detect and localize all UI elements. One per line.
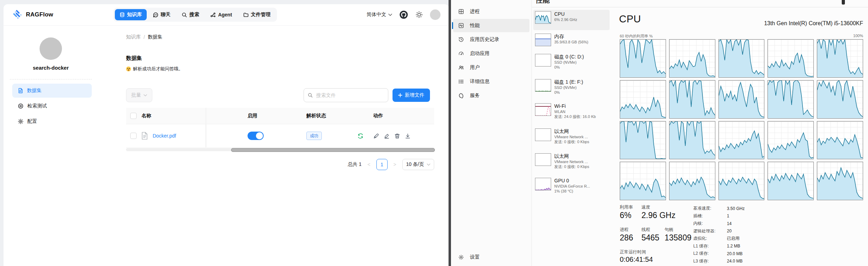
perf-item-disk1[interactable]: 磁盘 1 (E: F:) SSD (NVMe) 0% [533,78,610,98]
bulk-button[interactable]: 批量 [126,88,152,102]
col-header-status: 解析状态 [306,113,326,119]
breadcrumb-root[interactable]: 知识库 [126,34,141,40]
sidebar-item-config[interactable]: 配置 [12,114,92,128]
user-avatar[interactable] [430,9,440,20]
taskmanager-main: 性能 CPU 6% 2.96 GHz 内存 35.9/63.8 GB (56%) [532,0,868,266]
ragflow-navbar: RAGFlow 知识库 聊天 搜索 [4,4,449,26]
cpu-model-name: 13th Gen Intel(R) Core(TM) i5-13600KF [764,20,863,27]
spec-value: 已启用 [727,236,739,241]
tab-label: 搜索 [189,12,199,18]
navbar-right-cluster: 简体中文 [367,9,440,20]
document-link[interactable]: Docker.pdf [153,133,176,139]
perf-item-ethernet-1[interactable]: 以太网 VMware Network ... 发送: 0 接收: 0 Kbps [533,127,610,147]
cpu-core-graph-17 [718,162,765,200]
spec-value: 3.50 GHz [727,206,745,211]
perf-item-title: GPU 0 [554,178,590,184]
theme-brightness-icon[interactable] [415,11,423,19]
spec-label: 逻辑处理器: [693,228,727,234]
add-file-button[interactable]: 新增文件 [393,89,430,102]
sidebar-item-startup-apps[interactable]: 启动应用 [453,47,529,60]
language-selector[interactable]: 简体中文 [367,12,392,18]
retrieval-target-icon [18,103,23,109]
file-search-input[interactable] [315,92,384,98]
perf-item-disk0[interactable]: 磁盘 0 (C: D:) SSD (NVMe) 0% [533,52,610,73]
pdf-file-icon [141,132,148,140]
trash-icon[interactable] [394,133,400,139]
stat-processes-value: 286 [620,233,633,243]
sidebar-item-dataset[interactable]: 数据集 [12,84,92,98]
sidebar-item-label: 数据集 [27,88,42,94]
page-subtitle-text: 解析成功后才能问答哦。 [133,66,183,72]
perf-item-line: 35.9/63.8 GB (56%) [554,40,588,44]
kb-main: 知识库 / 数据集 数据集 解析成功后才能问答哦。 批量 [119,26,449,266]
taskmanager-sidebar: 进程 性能 应用历史记录 启动应用 用户 详细信息 服务 设置 [451,0,532,266]
perf-item-line: NVIDIA GeForce R... [554,184,590,189]
sidebar-item-processes[interactable]: 进程 [453,5,529,18]
row-checkbox[interactable] [130,133,137,139]
pagination-total: 总共 1 [348,161,362,168]
pen-icon[interactable] [373,133,379,139]
perf-item-wifi[interactable]: Wi-Fi WLAN 发送: 24.0 接收: 16.0 Kb [533,102,610,122]
select-all-checkbox[interactable] [130,113,137,119]
next-page-button[interactable]: > [393,162,397,167]
page-number-button[interactable]: 1 [376,159,388,170]
edit-icon[interactable] [384,133,390,139]
sidebar-item-retrieval-test[interactable]: 检索测试 [12,99,92,113]
disk0-mini-graph [535,54,551,66]
perf-item-cpu[interactable]: CPU 6% 2.96 GHz [533,10,610,30]
spec-value: 20.0 MB [727,251,743,256]
download-icon[interactable] [405,133,411,139]
reparse-refresh-icon[interactable] [357,133,364,139]
github-icon[interactable] [399,10,408,19]
sidebar-item-performance[interactable]: 性能 [453,19,529,32]
spec-value: 20 [727,229,731,233]
perf-item-title: 内存 [554,34,588,40]
dataset-toolbar: 批量 新增文件 [126,88,434,102]
perf-item-ethernet-2[interactable]: 以太网 VMware Network ... 发送: 0 接收: 0 Kbps [533,152,610,172]
sidebar-item-services[interactable]: 服务 [453,89,529,102]
sidebar-item-users[interactable]: 用户 [453,61,529,74]
col-header-enable: 启用 [248,113,257,119]
ragflow-brand[interactable]: RAGFlow [12,9,53,20]
tab-file-management[interactable]: 文件管理 [238,9,276,20]
clipped-page-title: 性能 [536,0,550,5]
enable-toggle[interactable] [248,132,264,140]
disk1-mini-graph [535,79,551,92]
breadcrumb-current: 数据集 [148,34,162,40]
perf-item-memory[interactable]: 内存 35.9/63.8 GB (56%) [533,32,610,52]
file-search-box[interactable] [304,88,388,102]
axis-label-max: 100% [853,34,863,38]
sidebar-item-app-history[interactable]: 应用历史记录 [453,33,529,46]
knowledge-base-icon [120,12,125,17]
stat-uptime-label: 正常运行时间 [620,249,646,255]
tab-agent[interactable]: Agent [206,9,237,20]
cpu-core-graph-18 [768,162,814,200]
perf-item-line: SSD (NVMe) [554,60,584,65]
ragflow-tab-bar: 知识库 聊天 搜索 Agent [113,8,277,22]
tab-knowledge-base[interactable]: 知识库 [115,9,147,20]
status-badge: 成功 [306,132,322,140]
ragflow-brand-name: RAGFlow [26,11,53,18]
stat-threads-label: 线程 [641,227,650,233]
perf-item-gpu[interactable]: GPU 0 NVIDIA GeForce R... 1% (38 °C) [533,176,610,197]
search-icon [182,12,187,18]
tab-label: 聊天 [161,12,171,18]
perf-item-title: 磁盘 0 (C: D:) [554,54,584,60]
cpu-panel-title: CPU [619,13,641,25]
search-icon [308,93,313,98]
perf-item-line: 发送: 0 接收: 0 Kbps [554,164,589,169]
perf-item-line: 0% [554,65,584,70]
perf-item-line: SSD (NVMe) [554,85,583,90]
prev-page-button[interactable]: < [367,162,371,167]
sidebar-item-details[interactable]: 详细信息 [453,75,529,88]
memory-mini-graph [535,34,551,46]
page-size-select[interactable]: 10 条/页 [402,159,434,170]
stat-handles-label: 句柄 [665,227,673,233]
cpu-core-graph-19 [817,162,863,200]
scrollbar-thumb[interactable] [231,148,435,152]
stat-speed-label: 速度 [641,204,650,210]
sidebar-item-settings[interactable]: 设置 [453,251,529,264]
tab-chat[interactable]: 聊天 [148,9,175,20]
tab-search[interactable]: 搜索 [177,9,204,20]
speedometer-icon [458,51,464,56]
